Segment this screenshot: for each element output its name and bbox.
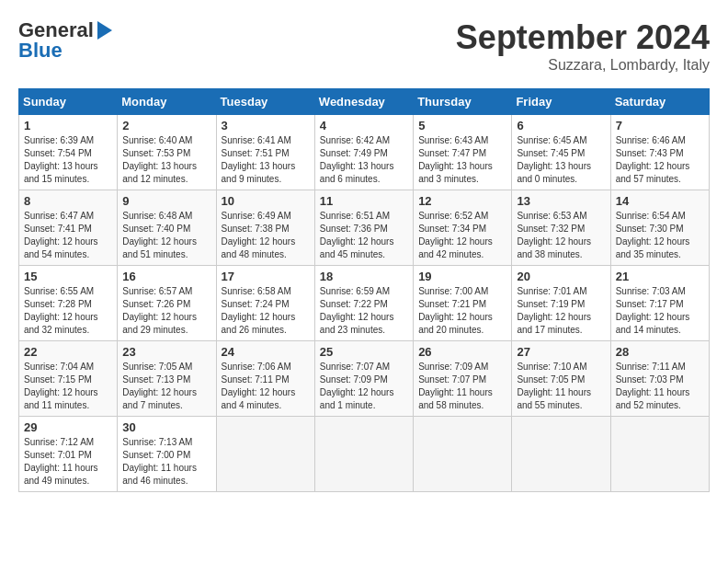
header-thursday: Thursday	[414, 89, 512, 115]
calendar-cell	[314, 417, 413, 492]
day-number: 14	[616, 194, 704, 208]
logo-arrow-icon	[97, 21, 112, 40]
calendar-week-row: 15Sunrise: 6:55 AMSunset: 7:28 PMDayligh…	[19, 266, 710, 341]
cell-info: Sunrise: 6:43 AMSunset: 7:47 PMDaylight:…	[418, 135, 493, 184]
day-number: 11	[320, 194, 408, 208]
day-number: 3	[222, 119, 310, 132]
day-number: 5	[418, 119, 506, 132]
cell-info: Sunrise: 6:41 AMSunset: 7:51 PMDaylight:…	[222, 135, 296, 184]
header-friday: Friday	[512, 89, 610, 115]
cell-info: Sunrise: 6:42 AMSunset: 7:49 PMDaylight:…	[320, 135, 394, 184]
cell-info: Sunrise: 7:07 AMSunset: 7:09 PMDaylight:…	[320, 362, 394, 410]
calendar-cell: 24Sunrise: 7:06 AMSunset: 7:11 PMDayligh…	[216, 341, 314, 417]
day-number: 16	[122, 270, 210, 283]
calendar-cell: 7Sunrise: 6:46 AMSunset: 7:43 PMDaylight…	[610, 115, 709, 190]
calendar-cell: 10Sunrise: 6:49 AMSunset: 7:38 PMDayligh…	[216, 190, 314, 266]
calendar-cell: 19Sunrise: 7:00 AMSunset: 7:21 PMDayligh…	[414, 266, 512, 341]
calendar-cell: 5Sunrise: 6:43 AMSunset: 7:47 PMDaylight…	[414, 115, 512, 190]
day-number: 7	[616, 119, 704, 132]
header-tuesday: Tuesday	[216, 89, 314, 115]
day-number: 24	[222, 345, 310, 359]
cell-info: Sunrise: 6:51 AMSunset: 7:36 PMDaylight:…	[320, 211, 394, 259]
day-number: 29	[24, 420, 112, 434]
day-number: 18	[320, 270, 408, 283]
cell-info: Sunrise: 7:03 AMSunset: 7:17 PMDaylight:…	[616, 286, 690, 335]
cell-info: Sunrise: 6:45 AMSunset: 7:45 PMDaylight:…	[517, 135, 591, 184]
day-number: 12	[418, 194, 506, 208]
calendar-cell: 25Sunrise: 7:07 AMSunset: 7:09 PMDayligh…	[314, 341, 413, 417]
cell-info: Sunrise: 7:10 AMSunset: 7:05 PMDaylight:…	[517, 362, 591, 410]
page-header: General Blue September 2024 Suzzara, Lom…	[18, 18, 710, 74]
calendar-cell: 2Sunrise: 6:40 AMSunset: 7:53 PMDaylight…	[118, 115, 216, 190]
calendar-cell: 9Sunrise: 6:48 AMSunset: 7:40 PMDaylight…	[118, 190, 216, 266]
cell-info: Sunrise: 6:53 AMSunset: 7:32 PMDaylight:…	[517, 211, 591, 259]
day-number: 21	[616, 270, 704, 283]
day-number: 13	[517, 194, 605, 208]
calendar-cell: 11Sunrise: 6:51 AMSunset: 7:36 PMDayligh…	[314, 190, 413, 266]
header-wednesday: Wednesday	[314, 89, 413, 115]
day-number: 25	[320, 345, 408, 359]
calendar-cell: 13Sunrise: 6:53 AMSunset: 7:32 PMDayligh…	[512, 190, 610, 266]
cell-info: Sunrise: 6:46 AMSunset: 7:43 PMDaylight:…	[616, 135, 690, 184]
location: Suzzara, Lombardy, Italy	[456, 57, 710, 74]
day-number: 1	[24, 119, 112, 132]
calendar-cell: 28Sunrise: 7:11 AMSunset: 7:03 PMDayligh…	[610, 341, 709, 417]
day-number: 30	[122, 420, 210, 434]
calendar-week-row: 22Sunrise: 7:04 AMSunset: 7:15 PMDayligh…	[19, 341, 710, 417]
header-sunday: Sunday	[19, 89, 118, 115]
cell-info: Sunrise: 6:40 AMSunset: 7:53 PMDaylight:…	[122, 135, 197, 184]
day-number: 23	[122, 345, 210, 359]
calendar-cell: 20Sunrise: 7:01 AMSunset: 7:19 PMDayligh…	[512, 266, 610, 341]
calendar-cell: 23Sunrise: 7:05 AMSunset: 7:13 PMDayligh…	[118, 341, 216, 417]
cell-info: Sunrise: 6:48 AMSunset: 7:40 PMDaylight:…	[122, 211, 197, 259]
calendar-cell: 29Sunrise: 7:12 AMSunset: 7:01 PMDayligh…	[19, 417, 118, 492]
title-block: September 2024 Suzzara, Lombardy, Italy	[456, 18, 710, 74]
cell-info: Sunrise: 6:47 AMSunset: 7:41 PMDaylight:…	[24, 211, 98, 259]
day-number: 2	[122, 119, 210, 132]
logo: General Blue	[18, 18, 112, 63]
calendar-cell: 8Sunrise: 6:47 AMSunset: 7:41 PMDaylight…	[19, 190, 118, 266]
cell-info: Sunrise: 7:11 AMSunset: 7:03 PMDaylight:…	[616, 362, 690, 410]
cell-info: Sunrise: 6:39 AMSunset: 7:54 PMDaylight:…	[24, 135, 98, 184]
cell-info: Sunrise: 6:54 AMSunset: 7:30 PMDaylight:…	[616, 211, 690, 259]
calendar-cell: 17Sunrise: 6:58 AMSunset: 7:24 PMDayligh…	[216, 266, 314, 341]
calendar-cell: 30Sunrise: 7:13 AMSunset: 7:00 PMDayligh…	[118, 417, 216, 492]
calendar-cell	[216, 417, 314, 492]
calendar-cell: 6Sunrise: 6:45 AMSunset: 7:45 PMDaylight…	[512, 115, 610, 190]
day-number: 4	[320, 119, 408, 132]
calendar-cell	[512, 417, 610, 492]
day-number: 20	[517, 270, 605, 283]
calendar-cell: 26Sunrise: 7:09 AMSunset: 7:07 PMDayligh…	[414, 341, 512, 417]
calendar-cell	[610, 417, 709, 492]
calendar-cell	[414, 417, 512, 492]
cell-info: Sunrise: 6:59 AMSunset: 7:22 PMDaylight:…	[320, 286, 394, 335]
calendar-cell: 3Sunrise: 6:41 AMSunset: 7:51 PMDaylight…	[216, 115, 314, 190]
calendar-cell: 1Sunrise: 6:39 AMSunset: 7:54 PMDaylight…	[19, 115, 118, 190]
day-number: 9	[122, 194, 210, 208]
day-number: 26	[418, 345, 506, 359]
day-number: 15	[24, 270, 112, 283]
day-number: 6	[517, 119, 605, 132]
calendar-week-row: 1Sunrise: 6:39 AMSunset: 7:54 PMDaylight…	[19, 115, 710, 190]
cell-info: Sunrise: 7:04 AMSunset: 7:15 PMDaylight:…	[24, 362, 98, 410]
cell-info: Sunrise: 7:01 AMSunset: 7:19 PMDaylight:…	[517, 286, 591, 335]
calendar-cell: 18Sunrise: 6:59 AMSunset: 7:22 PMDayligh…	[314, 266, 413, 341]
day-number: 19	[418, 270, 506, 283]
cell-info: Sunrise: 7:05 AMSunset: 7:13 PMDaylight:…	[122, 362, 197, 410]
month-title: September 2024	[456, 18, 710, 57]
cell-info: Sunrise: 6:49 AMSunset: 7:38 PMDaylight:…	[222, 211, 296, 259]
cell-info: Sunrise: 6:52 AMSunset: 7:34 PMDaylight:…	[418, 211, 493, 259]
calendar-cell: 22Sunrise: 7:04 AMSunset: 7:15 PMDayligh…	[19, 341, 118, 417]
day-number: 27	[517, 345, 605, 359]
cell-info: Sunrise: 7:13 AMSunset: 7:00 PMDaylight:…	[122, 437, 197, 486]
day-number: 10	[222, 194, 310, 208]
cell-info: Sunrise: 7:06 AMSunset: 7:11 PMDaylight:…	[222, 362, 296, 410]
day-number: 17	[222, 270, 310, 283]
cell-info: Sunrise: 7:09 AMSunset: 7:07 PMDaylight:…	[418, 362, 493, 410]
calendar-cell: 16Sunrise: 6:57 AMSunset: 7:26 PMDayligh…	[118, 266, 216, 341]
calendar-cell: 15Sunrise: 6:55 AMSunset: 7:28 PMDayligh…	[19, 266, 118, 341]
cell-info: Sunrise: 7:00 AMSunset: 7:21 PMDaylight:…	[418, 286, 493, 335]
cell-info: Sunrise: 6:58 AMSunset: 7:24 PMDaylight:…	[222, 286, 296, 335]
header-monday: Monday	[118, 89, 216, 115]
day-number: 28	[616, 345, 704, 359]
